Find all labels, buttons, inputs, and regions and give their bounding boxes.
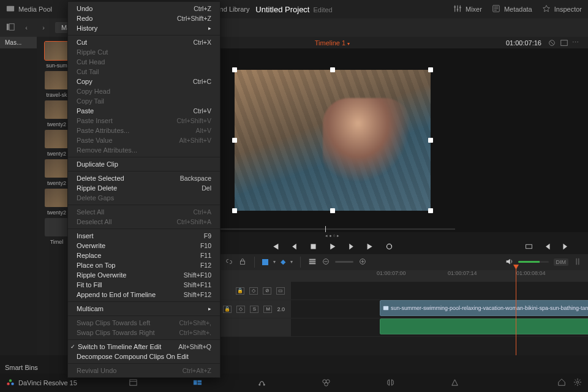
menu-remove-attributes[interactable]: Remove Attributes... xyxy=(68,145,220,155)
svg-rect-8 xyxy=(561,40,568,45)
svg-rect-6 xyxy=(9,24,14,31)
last-frame-button[interactable] xyxy=(366,243,374,252)
viewer-record-tc: 01:00:07:16 xyxy=(506,39,541,47)
dim-button[interactable]: DIM xyxy=(554,258,569,266)
match-frame-button[interactable] xyxy=(525,243,533,252)
viewer-options-icon[interactable] xyxy=(560,39,568,47)
svg-rect-19 xyxy=(309,261,316,262)
volume-slider[interactable] xyxy=(518,261,549,263)
timeline-view-icon[interactable] xyxy=(308,257,317,267)
solo-toggle[interactable]: S xyxy=(250,306,258,313)
lock-toggle[interactable]: 🔒 xyxy=(223,306,232,313)
menu-cut-head[interactable]: Cut Head xyxy=(68,57,220,67)
flag-button[interactable] xyxy=(262,259,268,265)
menu-select-all[interactable]: Select AllCtrl+A xyxy=(68,207,220,217)
menu-multicam[interactable]: Multicam▸ xyxy=(68,304,220,314)
auto-select-toggle[interactable]: ◇ xyxy=(236,306,245,313)
menu-paste-value[interactable]: Paste ValueAlt+Shift+V xyxy=(68,135,220,145)
menu-duplicate-clip[interactable]: Duplicate Clip xyxy=(68,159,220,169)
menu-delete-gaps[interactable]: Delete Gaps xyxy=(68,193,220,203)
link-icon[interactable] xyxy=(225,257,233,267)
menu-revival-undo[interactable]: Revival UndoCtrl+Alt+Z xyxy=(68,366,220,375)
menu-fit-to-fill[interactable]: Fit to FillShift+F11 xyxy=(68,280,220,290)
auto-select-toggle[interactable]: ◇ xyxy=(249,287,258,295)
menu-paste[interactable]: PasteCtrl+V xyxy=(68,106,220,116)
menu-swap-left[interactable]: Swap Clips Towards LeftCtrl+Shift+, xyxy=(68,318,220,328)
menu-replace[interactable]: ReplaceF11 xyxy=(68,251,220,260)
resolve-logo-icon xyxy=(6,378,15,388)
menu-cut-tail[interactable]: Cut Tail xyxy=(68,67,220,77)
lock-toggle[interactable]: 🔒 xyxy=(236,287,244,295)
inspector-tab[interactable]: Inspector xyxy=(542,4,582,14)
next-edit-button[interactable] xyxy=(562,243,570,252)
menu-paste-attributes[interactable]: Paste Attributes...Alt+V xyxy=(68,126,220,135)
deliver-page-icon[interactable] xyxy=(450,378,459,388)
loop-button[interactable] xyxy=(385,243,393,252)
next-button[interactable] xyxy=(347,243,355,252)
prev-button[interactable] xyxy=(290,243,298,252)
svg-point-38 xyxy=(576,381,579,383)
menu-deselect-all[interactable]: Deselect AllCtrl+Shift+A xyxy=(68,217,220,227)
menu-copy-head[interactable]: Copy Head xyxy=(68,86,220,96)
disable-toggle[interactable]: ⊘ xyxy=(263,287,271,295)
edit-page-icon[interactable] xyxy=(193,378,202,388)
layout-icon[interactable] xyxy=(6,23,15,32)
home-icon[interactable] xyxy=(557,378,566,388)
media-pool-tab[interactable]: Media Pool xyxy=(6,4,52,14)
menu-place-on-top[interactable]: Place on TopF12 xyxy=(68,260,220,270)
scrubber[interactable] xyxy=(210,228,455,230)
menu-swap-right[interactable]: Swap Clips Towards RightCtrl+Shift+. xyxy=(68,328,220,337)
menu-cut[interactable]: CutCtrl+X xyxy=(68,37,220,47)
more-icon[interactable]: ⋯ xyxy=(572,39,581,47)
svg-point-1 xyxy=(454,6,456,8)
viewer-canvas[interactable] xyxy=(235,70,431,211)
menu-overwrite[interactable]: OverwriteF10 xyxy=(68,241,220,251)
mute-toggle[interactable]: M xyxy=(263,306,272,313)
menu-ripple-delete[interactable]: Ripple DeleteDel xyxy=(68,183,220,193)
prev-edit-button[interactable] xyxy=(543,243,551,252)
marker-button[interactable]: ◆ xyxy=(281,258,285,266)
color-page-icon[interactable] xyxy=(322,378,331,388)
menu-ripple-overwrite[interactable]: Ripple OverwriteShift+F10 xyxy=(68,270,220,280)
settings-icon[interactable] xyxy=(573,378,582,388)
menu-copy[interactable]: CopyCtrl+C xyxy=(68,77,220,86)
timeline-name[interactable]: Timeline 1 ▾ xyxy=(315,39,350,47)
zoom-in-icon[interactable] xyxy=(358,257,367,267)
speaker-icon[interactable] xyxy=(505,257,513,267)
menu-delete-selected[interactable]: Delete SelectedBackspace xyxy=(68,173,220,183)
nav-back-button[interactable]: ‹ xyxy=(21,22,32,33)
menu-redo[interactable]: RedoCtrl+Shift+Z xyxy=(68,13,220,23)
menu-switch-timeline[interactable]: ✓Switch to Timeline After EditAlt+Shift+… xyxy=(68,342,220,352)
fusion-page-icon[interactable] xyxy=(257,378,266,388)
audio-clip[interactable] xyxy=(380,318,588,334)
bin-tab-chip[interactable]: Mas... xyxy=(0,37,37,48)
meter-icon[interactable] xyxy=(573,257,582,267)
zoom-slider[interactable] xyxy=(335,261,353,263)
first-frame-button[interactable] xyxy=(271,243,279,252)
menu-undo[interactable]: UndoCtrl+Z xyxy=(68,4,220,13)
metadata-tab[interactable]: Metadata xyxy=(492,4,532,14)
svg-point-26 xyxy=(7,382,9,385)
menu-copy-tail[interactable]: Copy Tail xyxy=(68,96,220,106)
menu-insert[interactable]: InsertF9 xyxy=(68,231,220,241)
menu-paste-insert[interactable]: Paste InsertCtrl+Shift+V xyxy=(68,116,220,126)
mixer-tab[interactable]: Mixer xyxy=(453,4,482,14)
media-page-icon[interactable] xyxy=(129,378,138,388)
metadata-icon xyxy=(492,4,500,14)
thumbnail-toggle[interactable]: ▭ xyxy=(276,287,285,295)
smart-bins-label[interactable]: Smart Bins xyxy=(5,364,38,371)
nav-fwd-button[interactable]: › xyxy=(38,22,49,33)
video-clip[interactable]: sun-summer-swimming-pool-relaxing-vacati… xyxy=(380,300,588,316)
lock-icon[interactable] xyxy=(238,257,247,267)
stop-button[interactable] xyxy=(309,243,317,252)
menu-history[interactable]: History▸ xyxy=(68,23,220,33)
fairlight-page-icon[interactable] xyxy=(386,378,395,388)
play-button[interactable] xyxy=(328,243,336,252)
bypass-icon[interactable] xyxy=(548,39,556,47)
zoom-out-icon[interactable] xyxy=(322,257,330,267)
project-title: Untitled ProjectEdited xyxy=(255,5,332,14)
menu-append[interactable]: Append to End of TimelineShift+F12 xyxy=(68,290,220,300)
playhead[interactable] xyxy=(516,266,516,355)
menu-decompose[interactable]: Decompose Compound Clips On Edit xyxy=(68,352,220,361)
menu-ripple-cut[interactable]: Ripple Cut xyxy=(68,47,220,57)
